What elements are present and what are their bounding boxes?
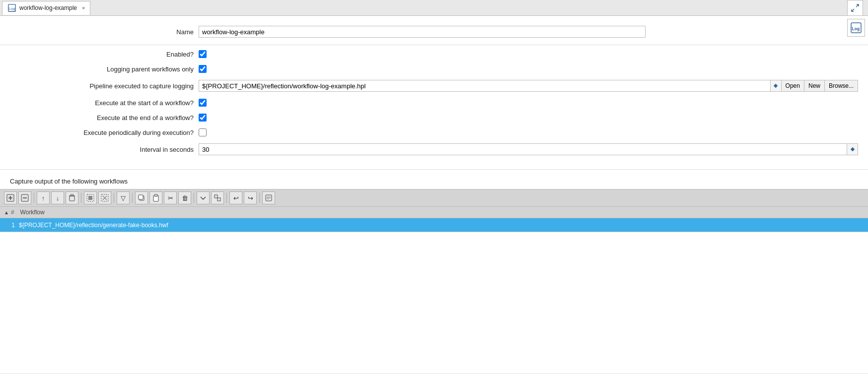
pipeline-label: Pipeline executed to capture logging <box>10 82 199 90</box>
delete-small-btn[interactable] <box>18 191 31 204</box>
delete-btn[interactable] <box>66 191 78 204</box>
move-up-btn[interactable]: ↑ <box>37 191 50 204</box>
execute-periodic-row: Execute periodically during execution? <box>0 128 868 136</box>
svg-rect-22 <box>139 195 143 199</box>
name-label: Name <box>10 28 199 36</box>
pipeline-input[interactable]: ${PROJECT_HOME}/reflection/workflow-log-… <box>199 80 771 92</box>
paste-btn[interactable] <box>149 191 162 204</box>
svg-text:Log: Log <box>852 26 860 31</box>
logging-parent-checkbox[interactable] <box>199 65 207 73</box>
diamond-icon-svg <box>773 83 779 89</box>
enabled-label: Enabled? <box>10 51 199 58</box>
clear-selection-btn[interactable] <box>98 191 111 204</box>
table-header-row: ▲ # Workflow <box>0 207 868 218</box>
svg-text:Log: Log <box>9 6 15 11</box>
svg-rect-25 <box>215 195 217 198</box>
sep3 <box>114 193 114 203</box>
tab-close-btn[interactable]: × <box>82 5 85 11</box>
svg-rect-26 <box>217 198 220 201</box>
execute-end-checkbox[interactable] <box>199 114 207 122</box>
svg-rect-24 <box>154 194 157 196</box>
svg-rect-15 <box>71 194 73 196</box>
sep1 <box>34 193 34 203</box>
main-content: Name workflow-log-example Enabled? Loggi… <box>0 16 868 373</box>
workflow-tab[interactable]: Log workflow-log-example × <box>2 1 90 15</box>
name-row: Name workflow-log-example <box>0 26 868 38</box>
script-btn[interactable] <box>262 191 275 204</box>
enabled-row: Enabled? <box>0 50 868 58</box>
browse-button[interactable]: Browse... <box>825 80 858 92</box>
log-icon-top-right[interactable]: Log <box>847 19 865 37</box>
tab-bar: Log workflow-log-example × <box>0 0 868 16</box>
pipeline-diamond-btn[interactable] <box>771 80 782 92</box>
table-row[interactable]: 1 ${PROJECT_HOME}/reflection/generate-fa… <box>0 218 868 232</box>
svg-rect-7 <box>850 147 854 151</box>
execute-start-label: Execute at the start of a workflow? <box>10 99 199 107</box>
add-row-btn[interactable] <box>4 191 17 204</box>
interval-row: Interval in seconds 30 <box>0 143 868 155</box>
sep4 <box>132 193 133 203</box>
expand-btn[interactable] <box>211 191 224 204</box>
interval-label: Interval in seconds <box>10 146 199 153</box>
collapse-btn[interactable] <box>197 191 210 204</box>
svg-rect-17 <box>88 196 92 200</box>
interval-input-group: 30 <box>199 143 858 155</box>
tab-icon: Log <box>7 3 16 12</box>
filter-btn[interactable]: ▽ <box>117 191 130 204</box>
name-input[interactable]: workflow-log-example <box>199 26 646 38</box>
collapse-toggle[interactable]: ▲ <box>4 210 9 215</box>
cut-btn[interactable]: ✂ <box>164 191 177 204</box>
expand-icon <box>850 2 861 13</box>
capture-section-title: Capture output of the following workflow… <box>0 175 868 189</box>
execute-start-row: Execute at the start of a workflow? <box>0 99 868 107</box>
workflow-col-header: Workflow <box>20 209 45 216</box>
row-workflow: ${PROJECT_HOME}/reflection/generate-fake… <box>19 222 864 229</box>
top-right-icon[interactable] <box>847 0 863 16</box>
execute-start-checkbox[interactable] <box>199 99 207 107</box>
select-all-btn[interactable] <box>84 191 97 204</box>
toolbar: ↑ ↓ ▽ <box>0 189 868 207</box>
execute-periodic-checkbox[interactable] <box>199 128 207 136</box>
execute-end-row: Execute at the end of a workflow? <box>0 114 868 122</box>
pipeline-input-group: ${PROJECT_HOME}/reflection/workflow-log-… <box>199 80 858 92</box>
sep5 <box>194 193 194 203</box>
interval-input[interactable]: 30 <box>199 143 847 155</box>
sep7 <box>259 193 260 203</box>
form-section: Name workflow-log-example Enabled? Loggi… <box>0 16 868 167</box>
pipeline-row: Pipeline executed to capture logging ${P… <box>0 80 868 92</box>
copy-btn[interactable] <box>135 191 148 204</box>
execute-end-label: Execute at the end of a workflow? <box>10 114 199 122</box>
redo-btn[interactable]: ↪ <box>244 191 257 204</box>
tab-bar-right <box>847 0 866 16</box>
undo-btn[interactable]: ↩ <box>229 191 242 204</box>
execute-periodic-label: Execute periodically during execution? <box>10 129 199 136</box>
tab-label: workflow-log-example <box>19 4 77 11</box>
enabled-checkbox[interactable] <box>199 50 207 58</box>
logging-parent-row: Logging parent workflows only <box>0 65 868 73</box>
sep2 <box>81 193 81 203</box>
interval-diamond-icon <box>850 146 856 152</box>
delete2-btn[interactable]: 🗑 <box>178 191 191 204</box>
interval-diamond-btn[interactable] <box>847 143 858 155</box>
logging-parent-label: Logging parent workflows only <box>10 65 199 73</box>
log-icon-svg: Log <box>850 22 862 34</box>
workflow-table: ▲ # Workflow 1 ${PROJECT_HOME}/reflectio… <box>0 207 868 232</box>
row-num: 1 <box>4 222 19 229</box>
new-button[interactable]: New <box>804 80 825 92</box>
hash-header: # <box>11 209 14 216</box>
move-down-btn[interactable]: ↓ <box>51 191 64 204</box>
svg-rect-6 <box>774 84 778 88</box>
svg-rect-13 <box>70 196 74 201</box>
open-button[interactable]: Open <box>782 80 804 92</box>
sep6 <box>226 193 227 203</box>
